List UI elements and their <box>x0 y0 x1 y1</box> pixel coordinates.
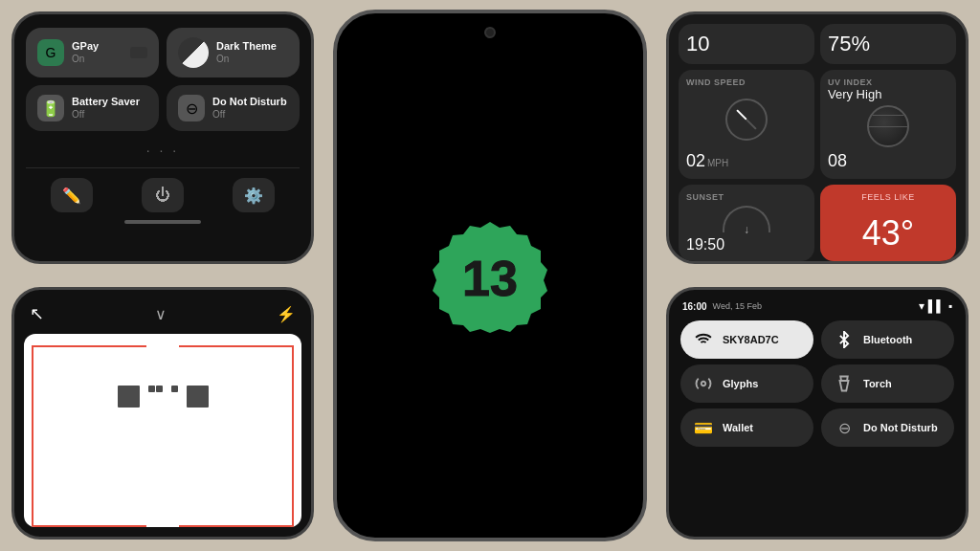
status-icons: ▾ ▌▌ ▪ <box>919 299 952 313</box>
panel-android13: 13 <box>333 10 647 541</box>
qr-header: ↖ ∨ ⚡ <box>24 299 301 328</box>
dnd-tile-2[interactable]: ⊖ Do Not Disturb <box>821 408 954 447</box>
edit-button[interactable]: ✏️ <box>51 178 93 212</box>
svg-point-1 <box>702 382 706 386</box>
dark-theme-tile[interactable]: Dark Theme On <box>167 28 300 77</box>
bluetooth-tile-icon <box>833 328 856 351</box>
wallet-tile[interactable]: 💳 Wallet <box>680 408 813 447</box>
wifi-icon: ▾ <box>919 299 924 313</box>
wind-label: WIND SPEED <box>686 77 807 87</box>
page-dots: · · · <box>26 143 300 158</box>
battery-status-icon: ▪ <box>948 299 952 313</box>
dnd-icon: ⊖ <box>178 95 205 121</box>
bluetooth-tile-label: Bluetooth <box>863 334 912 345</box>
wind-value: 02 <box>686 151 705 171</box>
dnd-tile-label: Do Not Disturb <box>863 422 938 433</box>
gpay-sub: On <box>72 54 99 65</box>
gpay-label: GPay <box>72 40 99 53</box>
weather-cell-steps: 10 <box>679 24 814 64</box>
sunset-label: SUNSET <box>686 192 807 202</box>
gpay-icon: G <box>37 39 64 66</box>
battery-label: Battery Saver <box>72 96 140 108</box>
qr-scanner-view <box>24 334 301 527</box>
sunset-arrow-icon: ↓ <box>744 223 749 236</box>
glyphs-tile-icon <box>692 372 715 395</box>
qs2-row-3: 💳 Wallet ⊖ Do Not Disturb <box>680 408 954 447</box>
battery-saver-tile[interactable]: 🔋 Battery Saver Off <box>26 85 159 131</box>
uv-value: 08 <box>828 151 948 171</box>
wallet-tile-label: Wallet <box>723 422 753 433</box>
wind-cell: WIND SPEED 02 MPH <box>679 70 814 179</box>
home-bar <box>124 220 201 224</box>
torch-tile-icon <box>833 372 856 395</box>
torch-tile-label: Torch <box>863 378 892 389</box>
wind-unit: MPH <box>707 158 728 168</box>
signal-icon: ▌▌ <box>928 299 945 313</box>
chevron-down-icon[interactable]: ∨ <box>155 305 167 323</box>
dark-theme-icon <box>178 37 209 68</box>
action-bar: ✏️ ⏻ ⚙️ <box>26 167 300 212</box>
torch-tile[interactable]: Torch <box>821 364 954 403</box>
dnd-sub: Off <box>212 109 287 121</box>
feels-like-value: 43° <box>828 213 948 253</box>
glyphs-tile[interactable]: Glyphs <box>680 364 813 403</box>
weather-cell-humidity: 75% <box>820 24 956 64</box>
qr-right-controls: ⚡ <box>277 305 296 323</box>
gpay-tile[interactable]: G GPay On <box>26 28 159 77</box>
qs2-time-display: 16:00 <box>682 301 707 312</box>
uv-cell: UV INDEX Very High 08 <box>820 70 956 179</box>
dnd-label: Do Not Disturb <box>212 96 287 108</box>
panel-quick-settings: G GPay On Dark Theme On 🔋 Battery Saver … <box>11 11 314 264</box>
panel-quick-settings-2: 16:00 Wed, 15 Feb ▾ ▌▌ ▪ SKY8AD7C Blueto… <box>666 287 969 540</box>
uv-label: UV INDEX <box>828 77 948 87</box>
dnd-tile[interactable]: ⊖ Do Not Disturb Off <box>167 85 300 131</box>
dark-theme-label: Dark Theme <box>216 40 277 53</box>
wifi-tile-icon <box>692 328 715 351</box>
qs2-row-2: Glyphs Torch <box>680 364 954 403</box>
power-button[interactable]: ⏻ <box>142 178 184 212</box>
panel-qr-scanner: ↖ ∨ ⚡ <box>11 287 314 540</box>
dnd-tile-icon: ⊖ <box>833 416 856 439</box>
compass <box>725 99 768 141</box>
front-camera <box>484 27 496 38</box>
battery-sub: Off <box>72 109 140 121</box>
cursor-icon: ↖ <box>30 303 44 324</box>
dark-theme-sub: On <box>216 54 277 65</box>
sunset-cell: SUNSET ↓ 19:50 <box>679 185 814 261</box>
qs2-row-1: SKY8AD7C Bluetooth <box>680 320 954 359</box>
settings-button[interactable]: ⚙️ <box>233 178 275 212</box>
glyphs-tile-label: Glyphs <box>723 378 758 389</box>
qs2-status-bar: 16:00 Wed, 15 Feb ▾ ▌▌ ▪ <box>680 299 954 313</box>
wifi-tile-label: SKY8AD7C <box>723 334 779 345</box>
wifi-tile[interactable]: SKY8AD7C <box>680 320 813 359</box>
qs2-date-display: Wed, 15 Feb <box>713 301 762 311</box>
svg-text:13: 13 <box>462 251 518 306</box>
compass-needle <box>736 109 756 129</box>
bluetooth-tile[interactable]: Bluetooth <box>821 320 954 359</box>
feels-like-cell: FEELS LIKE 43° <box>820 185 956 261</box>
wallet-tile-icon: 💳 <box>692 416 715 439</box>
flash-icon[interactable]: ⚡ <box>277 305 296 323</box>
android13-logo: 13 <box>433 218 547 333</box>
steps-value: 10 <box>686 32 807 56</box>
feels-like-label: FEELS LIKE <box>828 192 948 202</box>
uv-sub: Very High <box>828 87 948 101</box>
battery-icon: 🔋 <box>37 95 64 121</box>
uv-globe <box>867 105 909 147</box>
sunset-arc: ↓ <box>723 206 770 232</box>
humidity-value: 75% <box>828 32 948 56</box>
panel-weather: 10 75% WIND SPEED 02 MPH UV INDEX Very H… <box>666 11 969 264</box>
sunset-time: 19:50 <box>686 236 807 253</box>
